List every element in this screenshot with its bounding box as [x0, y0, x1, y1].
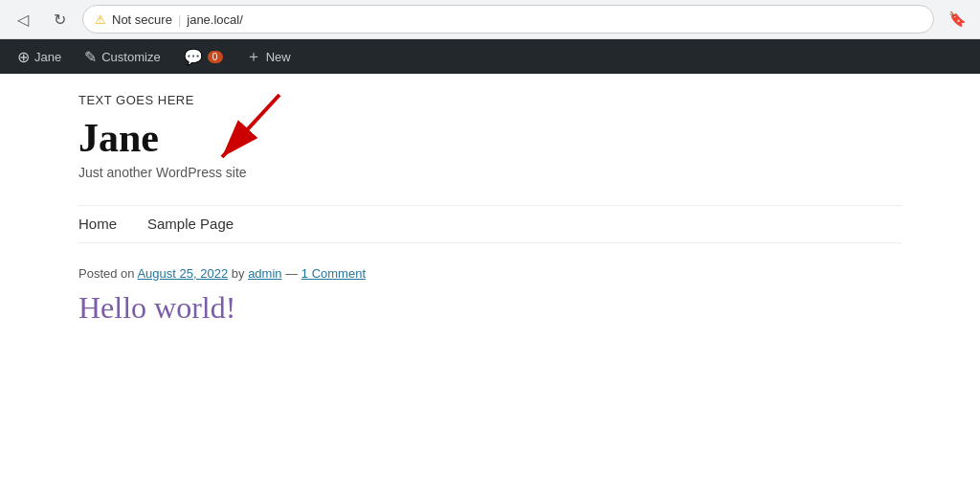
- new-label: New: [266, 50, 291, 64]
- site-wrapper: TEXT GOES HERE Jane Just another WordPre…: [59, 74, 921, 326]
- post-title: Hello world!: [78, 290, 902, 326]
- post-author-link[interactable]: admin: [248, 266, 281, 281]
- new-icon: ＋: [246, 47, 261, 67]
- admin-bar-site-name: Jane: [34, 50, 61, 64]
- nav-link-sample-page[interactable]: Sample Page: [147, 216, 234, 232]
- browser-controls: ◁ ↻ ⚠ Not secure | jane.local/ 🔖: [0, 0, 980, 38]
- admin-bar-site[interactable]: ⊕ Jane: [8, 39, 71, 74]
- security-warning-icon: ⚠: [95, 12, 106, 27]
- site-tagline: Just another WordPress site: [78, 165, 902, 180]
- bookmark-icon: 🔖: [948, 11, 967, 28]
- post-title-link[interactable]: Hello world!: [78, 290, 235, 325]
- site-title: Jane: [78, 115, 902, 161]
- post-meta: Posted on August 25, 2022 by admin — 1 C…: [78, 266, 902, 281]
- refresh-icon: ↻: [54, 11, 66, 29]
- annotation-label: TEXT GOES HERE: [78, 93, 902, 107]
- post-date-link[interactable]: August 25, 2022: [137, 266, 228, 281]
- wp-logo-icon: ⊕: [17, 48, 30, 66]
- separator: |: [178, 12, 181, 27]
- address-bar[interactable]: ⚠ Not secure | jane.local/: [82, 5, 934, 34]
- site-header: TEXT GOES HERE Jane Just another WordPre…: [78, 74, 902, 205]
- nav-item-sample-page: Sample Page: [147, 216, 234, 233]
- back-button[interactable]: ◁: [10, 6, 36, 33]
- not-secure-label: Not secure: [112, 12, 172, 27]
- post-meta-prefix: Posted on: [78, 266, 135, 281]
- post-separator: —: [285, 266, 298, 281]
- browser-chrome: ◁ ↻ ⚠ Not secure | jane.local/ 🔖: [0, 0, 980, 39]
- comments-count: 0: [208, 51, 223, 63]
- customize-icon: ✎: [84, 48, 97, 66]
- admin-bar-new[interactable]: ＋ New: [236, 39, 301, 74]
- refresh-button[interactable]: ↻: [46, 6, 73, 33]
- comments-icon: 💬: [184, 48, 203, 66]
- admin-bar-comments[interactable]: 💬 0: [174, 39, 233, 74]
- site-nav: Home Sample Page: [78, 205, 902, 243]
- customize-label: Customize: [101, 50, 160, 64]
- nav-item-home: Home: [78, 216, 117, 233]
- post-comment-link[interactable]: 1 Comment: [301, 266, 366, 281]
- wp-admin-bar: ⊕ Jane ✎ Customize 💬 0 ＋ New: [0, 39, 980, 74]
- post-by-text: by: [232, 266, 245, 281]
- nav-links: Home Sample Page: [78, 216, 902, 233]
- url-text: jane.local/: [187, 12, 243, 27]
- back-icon: ◁: [17, 11, 29, 29]
- bookmark-button[interactable]: 🔖: [944, 6, 970, 33]
- nav-link-home[interactable]: Home: [78, 216, 117, 232]
- post-article: Posted on August 25, 2022 by admin — 1 C…: [78, 266, 902, 326]
- admin-bar-customize[interactable]: ✎ Customize: [75, 39, 169, 74]
